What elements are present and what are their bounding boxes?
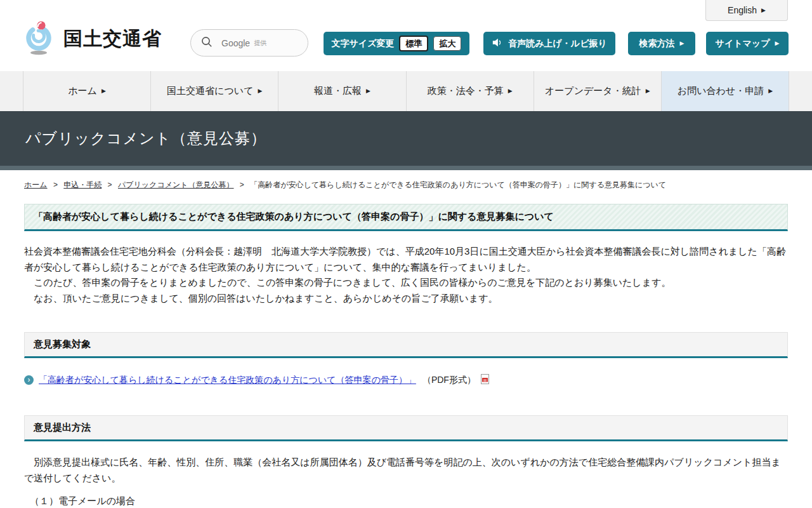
site-header: English ▶ 国土交通省 Google 提供 文字サイズ変更 標準 拡大	[0, 0, 812, 71]
nav-label: 政策・法令・予算	[428, 85, 504, 97]
arrow-right-icon: ▶	[646, 88, 650, 94]
intro-paragraph: 社会資本整備審議会住宅宅地分科会（分科会長：越澤明 北海道大学大学院教授）では、…	[24, 244, 788, 275]
search-provider: Google	[221, 38, 250, 48]
page-banner: パブリックコメント（意見公募）	[0, 111, 812, 170]
arrow-right-icon: ▶	[761, 8, 766, 13]
sitemap-button[interactable]: サイトマップ ▶	[706, 32, 789, 55]
font-size-label: 文字サイズ変更	[332, 38, 395, 50]
bullet-chevron-icon: ›	[24, 375, 34, 385]
intro-paragraphs: 社会資本整備審議会住宅宅地分科会（分科会長：越澤明 北海道大学大学院教授）では、…	[24, 244, 788, 306]
nav-item-policy[interactable]: 政策・法令・予算 ▶	[406, 71, 534, 111]
breadcrumb-current: 「高齢者が安心して暮らし続けることができる住宅政策のあり方について（答申案の骨子…	[250, 180, 666, 189]
search-provider-suffix: 提供	[254, 39, 266, 48]
breadcrumb-link-home[interactable]: ホーム	[24, 180, 48, 189]
main-nav: ホーム ▶ 国土交通省について ▶ 報道・広報 ▶ 政策・法令・予算 ▶ オープ…	[0, 71, 812, 111]
article-title: 「高齢者が安心して暮らし続けることができる住宅政策のあり方について（答申案の骨子…	[24, 204, 788, 231]
nav-item-contact[interactable]: お問い合わせ・申請 ▶	[661, 71, 789, 111]
speaker-icon	[492, 37, 503, 50]
breadcrumb-separator: >	[240, 180, 244, 189]
search-icon	[201, 36, 213, 50]
logo-text: 国土交通省	[63, 26, 162, 52]
intro-paragraph: なお、頂いたご意見につきまして、個別の回答はいたしかねますこと、あらかじめその旨…	[24, 291, 788, 307]
pdf-icon	[481, 374, 489, 386]
breadcrumb-separator: >	[53, 180, 58, 189]
search-box[interactable]: Google 提供	[190, 29, 308, 57]
pdf-link[interactable]: 「高齢者が安心して暮らし続けることができる住宅政策のあり方について（答申案の骨子…	[39, 375, 416, 386]
nav-label: お問い合わせ・申請	[678, 85, 764, 97]
page-title: パブリックコメント（意見公募）	[25, 128, 266, 149]
arrow-right-icon: ▶	[775, 41, 780, 46]
pdf-link-row: › 「高齢者が安心して暮らし続けることができる住宅政策のあり方について（答申案の…	[24, 374, 788, 386]
breadcrumb: ホーム > 申込・手続 > パブリックコメント（意見公募） > 「高齢者が安心し…	[24, 180, 788, 190]
font-size-control: 文字サイズ変更 標準 拡大	[324, 32, 469, 55]
arrow-right-icon: ▶	[258, 88, 263, 94]
nav-label: オープンデータ・統計	[545, 85, 641, 97]
english-label: English	[728, 5, 757, 15]
arrow-right-icon: ▶	[768, 88, 773, 94]
breadcrumb-link-apply[interactable]: 申込・手続	[63, 180, 102, 189]
nav-item-press[interactable]: 報道・広報 ▶	[278, 71, 405, 111]
pdf-format-label: （PDF形式）	[422, 375, 476, 386]
english-button[interactable]: English ▶	[705, 0, 788, 21]
section-heading-method: 意見提出方法	[24, 415, 788, 441]
arrow-right-icon: ▶	[102, 88, 106, 94]
speech-button[interactable]: 音声読み上げ・ルビ振り	[483, 32, 615, 55]
sitemap-label: サイトマップ	[716, 38, 770, 50]
nav-item-about[interactable]: 国土交通省について ▶	[150, 71, 278, 111]
nav-label: 国土交通省について	[167, 85, 253, 97]
search-method-label: 検索方法	[639, 38, 675, 50]
nav-label: 報道・広報	[314, 85, 362, 97]
nav-label: ホーム	[68, 85, 97, 97]
nav-item-opendata[interactable]: オープンデータ・統計 ▶	[534, 71, 661, 111]
section-heading-target: 意見募集対象	[24, 332, 788, 358]
arrow-right-icon: ▶	[508, 88, 513, 94]
breadcrumb-link-publiccomment[interactable]: パブリックコメント（意見公募）	[118, 180, 234, 189]
method-email-title: （１）電子メールの場合	[24, 495, 788, 507]
nav-item-home[interactable]: ホーム ▶	[23, 71, 150, 111]
search-method-button[interactable]: 検索方法 ▶	[628, 32, 695, 55]
mlit-logo-icon	[22, 19, 57, 58]
intro-paragraph: このたび、答申案の骨子をとりまとめましたので、この答申案の骨子につきまして、広く…	[24, 275, 788, 291]
font-size-standard-button[interactable]: 標準	[399, 36, 428, 51]
arrow-right-icon: ▶	[366, 88, 370, 94]
breadcrumb-separator: >	[108, 180, 112, 189]
site-logo[interactable]: 国土交通省	[22, 19, 162, 58]
speech-label: 音声読み上げ・ルビ振り	[508, 38, 607, 50]
font-size-large-button[interactable]: 拡大	[433, 36, 461, 51]
arrow-right-icon: ▶	[680, 41, 684, 46]
method-paragraph: 別添意見提出様式に氏名、年齢、性別、住所、職業（会社名又は所属団体名）及び電話番…	[24, 455, 788, 486]
